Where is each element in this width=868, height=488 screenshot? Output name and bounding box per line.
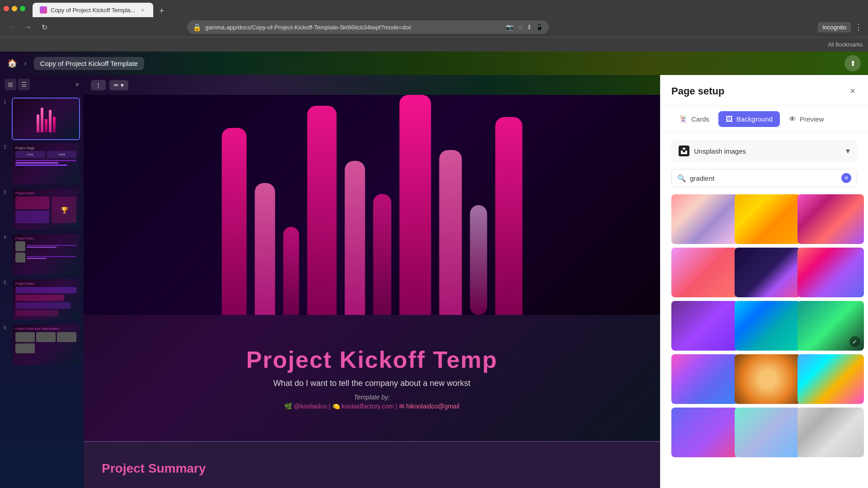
bookmarks-bar: All Bookmarks [0,37,868,52]
tab-close-button[interactable]: × [139,6,146,14]
reload-button[interactable]: ↻ [38,21,51,33]
tab-favicon [40,6,47,14]
gradient-image-4[interactable] [671,248,738,297]
slide-thumbnail-4[interactable]: Project Team [12,233,80,276]
slide-text: Project Kickoff Temp What do I want to t… [84,315,660,441]
edit-button[interactable]: ✏ ▾ [109,80,128,90]
slide-number-6: 6 [4,324,9,330]
main-toolbar: ⋮ ✏ ▾ [84,75,660,95]
preview-tab-icon: 👁 [789,115,796,123]
slide-thumbnail-6[interactable]: Project Team and Stakeholders [12,324,80,366]
background-tab-label: Background [736,115,773,123]
gradient-image-14[interactable] [735,408,801,457]
list-view-button[interactable]: ☰ [18,79,30,90]
next-slide-preview: Project Summary [84,441,660,488]
slide-thumbnail-3[interactable]: Project Goals 🏆 [12,188,80,230]
address-bar[interactable]: 🔒 gamma.app/docs/Copy-of-Project-Kickoff… [187,20,549,34]
source-label: Unsplash images [694,147,746,155]
page-setup-panel: Page setup × 🃏 Cards 🖼 Background 👁 Prev… [660,75,868,488]
address-bar-icons: 📷 ☆ ⬇ 📱 [506,23,543,31]
menu-icon[interactable]: ⋮ [854,22,863,32]
home-icon[interactable]: 🏠 [7,58,17,68]
incognito-label: Incognito [818,22,851,33]
window-maximize-button[interactable] [20,6,25,11]
star-icon[interactable]: ☆ [517,23,523,31]
slide-main-title: Project Kickoff Temp [246,346,497,373]
window-controls[interactable] [4,6,25,11]
gradient-image-5[interactable] [735,248,801,297]
slide-number-1: 1 [4,98,9,104]
byline-details: 🌿 @koolaidco | 🍋 koolaidfactory.com | ✉ … [284,403,459,410]
camera-icon[interactable]: 📷 [506,23,514,31]
gradient-image-2[interactable] [735,194,801,244]
slide-number-2: 2 [4,143,9,150]
back-button[interactable]: ← [5,21,18,33]
tab-title: Copy of Project Kickoff Templa... [51,7,135,14]
forward-button[interactable]: → [22,21,34,33]
grid-view-button[interactable]: ⊞ [5,79,16,90]
gradient-image-9[interactable]: ✓ [797,301,864,351]
gradient-image-3[interactable] [797,194,864,244]
gradient-image-8[interactable] [735,301,801,351]
gradient-image-10[interactable] [671,354,738,404]
social-handle: 🌿 @koolaidco | 🍋 koolaidfactory.com | [284,403,399,410]
decorative-bars [203,95,540,315]
new-tab-button[interactable]: + [155,5,168,17]
window-minimize-button[interactable] [12,6,17,11]
preview-tab-label: Preview [800,115,824,123]
window-close-button[interactable] [4,6,9,11]
gradient-image-6[interactable] [797,248,864,297]
share-button[interactable]: ⬆ [844,55,861,71]
search-clear-button[interactable]: ✕ [841,173,851,183]
cards-tab-icon: 🃏 [679,115,688,123]
browser-tab-active[interactable]: Copy of Project Kickoff Templa... × [33,3,153,17]
sidebar-close-button[interactable]: × [75,81,79,88]
tab-cards[interactable]: 🃏 Cards [671,111,717,127]
source-dropdown[interactable]: Unsplash images ▾ [671,140,857,162]
slide-item-4[interactable]: 4 Project Team [4,233,80,276]
browser-chrome: Copy of Project Kickoff Templa... × + ← … [0,0,868,52]
device-icon[interactable]: 📱 [536,23,543,31]
gradient-image-15[interactable] [797,408,864,457]
app-layout: ⊞ ☰ × 1 [0,75,868,488]
slide-number-3: 3 [4,188,9,195]
slides-list: 1 2 [0,94,84,488]
slide-thumbnail-5[interactable]: Project Steps [12,278,80,321]
gradient-image-1[interactable] [671,194,738,244]
slide-thumbnail-1[interactable] [12,98,80,140]
slide-subtitle-text: What do I want to tell the company about… [273,379,470,388]
source-info: Unsplash images [679,145,746,156]
search-input[interactable] [690,174,838,182]
menu-button[interactable]: ⋮ [91,80,106,90]
slide-item-6[interactable]: 6 Project Team and Stakeholders [4,324,80,366]
browser-toolbar-right: Incognito ⋮ [818,22,863,33]
dropdown-chevron-icon: ▾ [846,146,850,156]
slide-content: Project Kickoff Temp What do I want to t… [84,95,660,488]
tab-preview[interactable]: 👁 Preview [782,111,831,127]
next-slide-title: Project Summary [102,461,206,476]
app-header: 🏠 › Copy of Project Kickoff Template ⬆ [0,52,868,75]
slide-item-2[interactable]: 2 Project Stage 2,501 4,308 [4,143,80,185]
selected-overlay: ✓ [797,301,864,351]
slide-item-1[interactable]: 1 [4,98,80,140]
unsplash-icon [679,145,689,156]
panel-body: Unsplash images ▾ 🔍 ✕ [660,133,868,488]
gradient-image-12[interactable] [797,354,864,404]
panel-close-button[interactable]: × [848,84,857,98]
sidebar-controls: ⊞ ☰ × [0,75,84,94]
email-link[interactable]: ✉ hikoolaidco@gmail [399,403,460,410]
tab-background[interactable]: 🖼 Background [718,111,780,127]
panel-header: Page setup × [660,75,868,106]
background-tab-icon: 🖼 [726,115,733,123]
panel-tabs: 🃏 Cards 🖼 Background 👁 Preview [660,106,868,133]
slide-thumbnail-2[interactable]: Project Stage 2,501 4,308 [12,143,80,185]
slide-item-3[interactable]: 3 Project Goals 🏆 [4,188,80,230]
slide-number-5: 5 [4,278,9,285]
gradient-image-11[interactable] [735,354,801,404]
gradient-image-13[interactable] [671,408,738,457]
slide-item-5[interactable]: 5 Project Steps [4,278,80,321]
gradient-image-7[interactable] [671,301,738,351]
slide-view: Project Kickoff Temp What do I want to t… [84,95,660,488]
download-icon[interactable]: ⬇ [527,23,532,31]
search-icon: 🔍 [677,174,686,183]
